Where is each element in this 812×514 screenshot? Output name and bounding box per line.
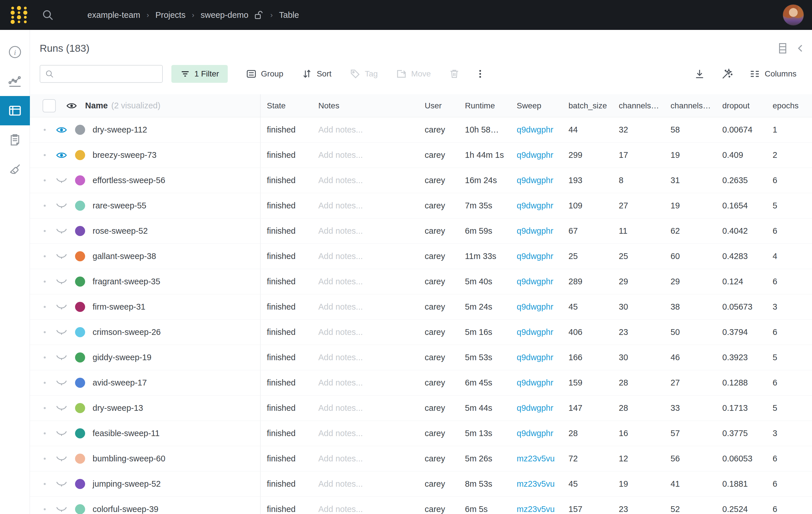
drag-handle[interactable] [44,331,46,333]
runs-search-input[interactable] [58,69,157,79]
run-name-link[interactable]: fragrant-sweep-35 [93,277,160,286]
drag-handle[interactable] [44,458,46,460]
run-notes-field[interactable]: Add notes... [312,150,418,160]
visibility-toggle[interactable] [55,301,68,313]
wandb-logo-icon[interactable] [8,4,30,26]
drag-handle[interactable] [44,382,46,384]
column-header-dropout[interactable]: dropout [716,101,766,111]
more-actions-button[interactable] [475,68,485,80]
drag-handle[interactable] [44,407,46,409]
run-sweep-link[interactable]: mz23v5vu [511,505,562,514]
drag-handle[interactable] [44,306,46,308]
columns-button[interactable]: Columns [749,68,796,80]
run-sweep-link[interactable]: q9dwgphr [511,125,562,134]
run-name-link[interactable]: effortless-sweep-56 [93,176,165,185]
visibility-toggle[interactable] [55,326,68,339]
run-name-link[interactable]: rare-sweep-55 [93,201,146,210]
run-name-link[interactable]: rose-sweep-52 [93,226,148,236]
search-icon[interactable] [41,9,54,21]
column-header-notes[interactable]: Notes [312,101,418,111]
run-notes-field[interactable]: Add notes... [312,378,418,388]
visibility-toggle[interactable] [55,225,68,238]
drag-handle[interactable] [44,280,46,282]
run-name-link[interactable]: colorful-sweep-39 [93,505,158,514]
run-sweep-link[interactable]: q9dwgphr [511,302,562,312]
run-name-link[interactable]: firm-sweep-31 [93,302,145,312]
sidebar-item-overview[interactable]: i [0,37,30,67]
run-notes-field[interactable]: Add notes... [312,429,418,438]
run-notes-field[interactable]: Add notes... [312,454,418,463]
run-notes-field[interactable]: Add notes... [312,327,418,337]
run-notes-field[interactable]: Add notes... [312,176,418,185]
run-name-link[interactable]: crimson-sweep-26 [93,327,161,337]
drag-handle[interactable] [44,357,46,359]
run-notes-field[interactable]: Add notes... [312,302,418,312]
tag-button[interactable]: Tag [349,68,378,80]
run-sweep-link[interactable]: q9dwgphr [511,378,562,388]
select-all-checkbox[interactable] [42,99,56,112]
run-sweep-link[interactable]: q9dwgphr [511,226,562,236]
run-sweep-link[interactable]: mz23v5vu [511,479,562,489]
run-notes-field[interactable]: Add notes... [312,277,418,286]
visibility-toggle[interactable] [55,376,68,389]
visibility-toggle[interactable] [55,503,68,514]
run-name-link[interactable]: bumbling-sweep-60 [93,454,165,463]
run-notes-field[interactable]: Add notes... [312,251,418,261]
collapse-panel-button[interactable] [796,43,805,54]
runs-search-box[interactable] [40,65,163,83]
run-notes-field[interactable]: Add notes... [312,201,418,210]
delete-button[interactable] [448,68,460,80]
visibility-toggle[interactable] [55,149,68,161]
eye-icon[interactable] [65,100,78,112]
visibility-toggle[interactable] [55,200,68,212]
run-sweep-link[interactable]: q9dwgphr [511,176,562,185]
run-sweep-link[interactable]: q9dwgphr [511,150,562,160]
run-notes-field[interactable]: Add notes... [312,226,418,236]
drag-handle[interactable] [44,154,46,156]
autovisualize-button[interactable] [721,67,734,81]
drag-handle[interactable] [44,129,46,131]
run-sweep-link[interactable]: q9dwgphr [511,201,562,210]
sidebar-item-table[interactable] [0,96,30,125]
run-name-link[interactable]: breezy-sweep-73 [93,150,156,160]
run-sweep-link[interactable]: q9dwgphr [511,429,562,438]
visibility-toggle[interactable] [55,351,68,364]
visibility-toggle[interactable] [55,124,68,136]
sort-button[interactable]: Sort [301,68,331,80]
run-sweep-link[interactable]: q9dwgphr [511,353,562,362]
run-name-link[interactable]: avid-sweep-17 [93,378,147,388]
breadcrumb-project[interactable]: sweep-demo [201,10,249,20]
run-name-link[interactable]: gallant-sweep-38 [93,251,156,261]
run-name-link[interactable]: giddy-sweep-19 [93,353,151,362]
run-notes-field[interactable]: Add notes... [312,125,418,134]
filter-button[interactable]: 1 Filter [171,65,228,83]
drag-handle[interactable] [44,179,46,181]
run-notes-field[interactable]: Add notes... [312,353,418,362]
move-button[interactable]: Move [396,68,431,80]
column-header-state[interactable]: State [261,101,312,111]
run-name-link[interactable]: jumping-sweep-52 [93,479,161,489]
column-header-name[interactable]: Name [85,101,108,111]
run-sweep-link[interactable]: mz23v5vu [511,454,562,463]
drag-handle[interactable] [44,432,46,434]
column-header-channels-2[interactable]: channels… [664,101,716,111]
column-header-channels-1[interactable]: channels… [612,101,664,111]
breadcrumb-team[interactable]: example-team [87,10,140,20]
run-sweep-link[interactable]: q9dwgphr [511,327,562,337]
sidebar-item-charts[interactable] [0,67,30,96]
drag-handle[interactable] [44,255,46,257]
sidebar-item-logs[interactable] [0,125,30,155]
run-notes-field[interactable]: Add notes... [312,479,418,489]
visibility-toggle[interactable] [55,402,68,415]
run-sweep-link[interactable]: q9dwgphr [511,251,562,261]
run-notes-field[interactable]: Add notes... [312,505,418,514]
visibility-toggle[interactable] [55,427,68,440]
run-name-link[interactable]: dry-sweep-13 [93,403,143,413]
run-notes-field[interactable]: Add notes... [312,403,418,413]
run-name-link[interactable]: dry-sweep-112 [93,125,147,134]
visibility-toggle[interactable] [55,174,68,187]
breadcrumb-page[interactable]: Table [279,10,299,20]
column-header-batch-size[interactable]: batch_size [562,101,612,111]
drag-handle[interactable] [44,205,46,207]
column-header-user[interactable]: User [418,101,459,111]
